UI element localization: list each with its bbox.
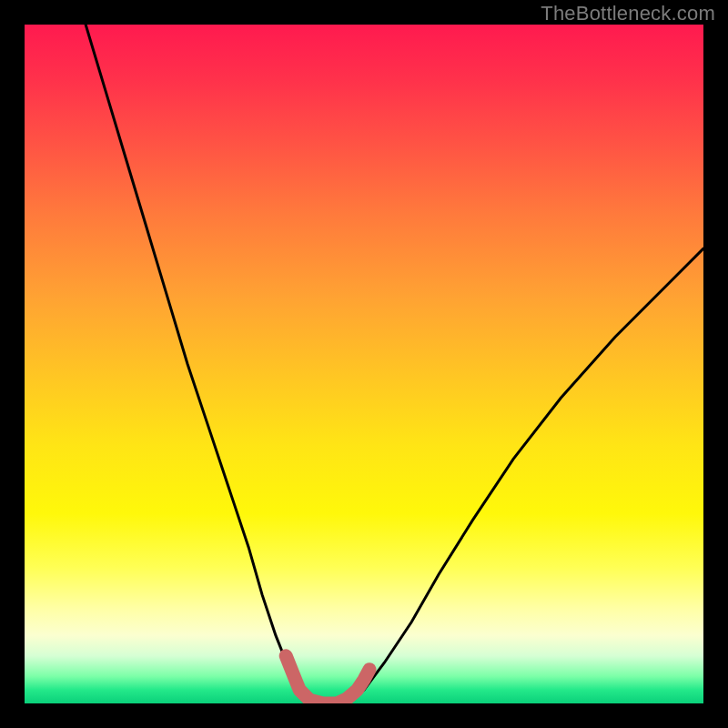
- curve-layer: [25, 25, 703, 703]
- watermark-text: TheBottleneck.com: [541, 2, 715, 25]
- chart-frame: TheBottleneck.com: [0, 0, 728, 728]
- optimal-zone-highlight: [286, 656, 369, 703]
- plot-area: [25, 25, 703, 703]
- bottleneck-curve: [86, 25, 703, 703]
